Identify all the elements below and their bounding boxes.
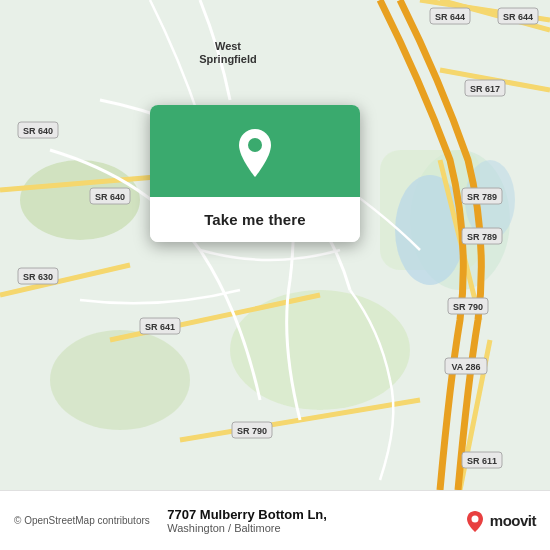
svg-text:SR 640: SR 640: [95, 192, 125, 202]
svg-text:SR 790: SR 790: [237, 426, 267, 436]
svg-text:VA 286: VA 286: [451, 362, 480, 372]
bottom-bar: © OpenStreetMap contributors 7707 Mulber…: [0, 490, 550, 550]
moovit-text: moovit: [490, 512, 536, 529]
location-popup: Take me there: [150, 105, 360, 242]
map-container: P k C r k SR 644 SR 644 SR 617 SR 640 SR…: [0, 0, 550, 490]
moovit-pin-icon: [464, 510, 486, 532]
svg-text:SR 617: SR 617: [470, 84, 500, 94]
svg-text:West: West: [215, 40, 241, 52]
svg-point-3: [50, 330, 190, 430]
svg-point-51: [471, 515, 478, 522]
svg-text:SR 640: SR 640: [23, 126, 53, 136]
copyright-text: © OpenStreetMap contributors: [14, 515, 157, 526]
popup-header: [150, 105, 360, 197]
svg-text:SR 789: SR 789: [467, 232, 497, 242]
map-pin-icon: [233, 127, 277, 179]
svg-text:SR 630: SR 630: [23, 272, 53, 282]
address-line: 7707 Mulberry Bottom Ln,: [167, 507, 327, 522]
svg-text:SR 644: SR 644: [503, 12, 533, 22]
address-block: 7707 Mulberry Bottom Ln, Washington / Ba…: [167, 507, 454, 534]
svg-text:SR 790: SR 790: [453, 302, 483, 312]
map-background: P k C r k SR 644 SR 644 SR 617 SR 640 SR…: [0, 0, 550, 490]
svg-text:SR 789: SR 789: [467, 192, 497, 202]
svg-text:SR 641: SR 641: [145, 322, 175, 332]
svg-text:Springfield: Springfield: [199, 53, 256, 65]
svg-text:SR 644: SR 644: [435, 12, 465, 22]
moovit-logo: moovit: [464, 510, 536, 532]
city-line: Washington / Baltimore: [167, 522, 280, 534]
take-me-there-button[interactable]: Take me there: [150, 197, 360, 242]
svg-point-50: [248, 138, 262, 152]
svg-text:SR 611: SR 611: [467, 456, 497, 466]
